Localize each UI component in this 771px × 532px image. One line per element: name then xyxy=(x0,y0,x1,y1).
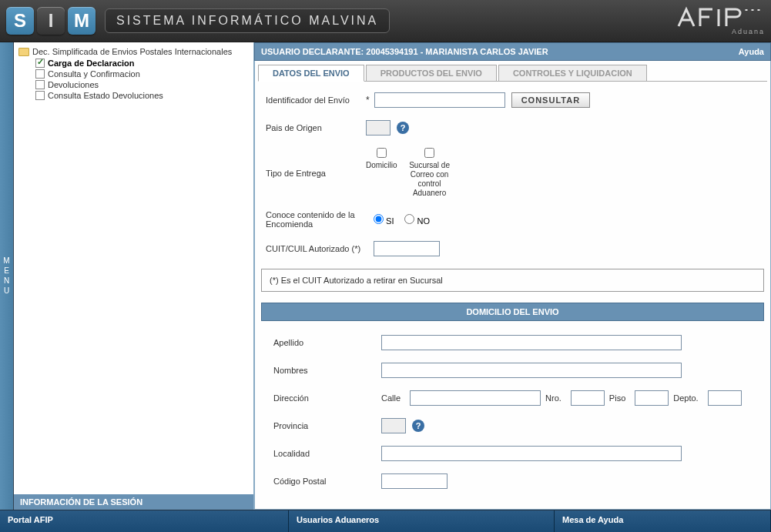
tab-datos-envio[interactable]: DATOS DEL ENVIO xyxy=(258,65,364,82)
doc-icon xyxy=(35,59,45,68)
consultar-button[interactable]: CONSULTAR xyxy=(511,92,590,108)
input-cuit[interactable] xyxy=(374,241,440,256)
input-cp[interactable] xyxy=(381,473,448,489)
footer-portal[interactable]: Portal AFIP xyxy=(0,510,289,532)
tab-controles[interactable]: CONTROLES Y LIQUIDACION xyxy=(498,65,647,82)
radio-no-label: NO xyxy=(417,216,431,226)
radio-si[interactable] xyxy=(374,214,384,224)
tree-item-label: Consulta Estado Devoluciones xyxy=(48,91,163,100)
logo-m-icon: M xyxy=(68,7,96,35)
user-bar: USUARIO DECLARANTE: 20045394191 - MARIAN… xyxy=(254,42,771,61)
footer-mesa[interactable]: Mesa de Ayuda xyxy=(555,510,771,532)
doc-icon xyxy=(35,91,45,100)
label-cp: Código Postal xyxy=(273,477,381,486)
row-id-envio: Identificador del Envío * CONSULTAR xyxy=(266,92,759,108)
radio-group-conoce: SI NO xyxy=(374,214,430,226)
afip-sublabel: Aduana xyxy=(672,28,765,35)
label-nro: Nro. xyxy=(545,393,561,403)
label-cuit: CUIT/CUIL Autorizado (*) xyxy=(266,244,374,253)
row-conoce: Conoce contenido de la Encomienda SI NO xyxy=(266,210,759,229)
session-info-bar[interactable]: INFORMACIÓN DE LA SESIÓN xyxy=(14,494,253,510)
folder-icon xyxy=(18,48,29,56)
logo-i-icon: I xyxy=(37,7,65,35)
row-nombres: Nombres xyxy=(273,363,752,378)
label-apellido: Apellido xyxy=(273,338,381,347)
label-pais: Pais de Origen xyxy=(266,123,366,132)
tree-item-label: Devoluciones xyxy=(48,80,99,89)
help-icon[interactable]: ? xyxy=(397,122,409,134)
help-icon[interactable]: ? xyxy=(412,420,424,432)
input-provincia[interactable] xyxy=(381,418,406,433)
help-link[interactable]: Ayuda xyxy=(739,47,764,56)
tree-item-label: Carga de Declaracion xyxy=(48,59,135,68)
tree-item-label: Consulta y Confirmacion xyxy=(48,69,140,79)
input-pais[interactable] xyxy=(366,120,391,136)
chk-domicilio-col: Domicilio xyxy=(366,148,397,170)
tree-item-carga[interactable]: Carga de Declaracion xyxy=(18,58,249,69)
radio-si-label: SI xyxy=(386,216,394,226)
label-localidad: Localidad xyxy=(273,449,381,458)
app-header: S I M Sistema Informático Malvina Aduana xyxy=(0,0,771,42)
main-layout: MENU Dec. Simplificada de Envios Postale… xyxy=(0,42,771,510)
label-id-envio: Identificador del Envío xyxy=(266,95,366,105)
input-nro[interactable] xyxy=(571,390,605,406)
nav-tree: Dec. Simplificada de Envios Postales Int… xyxy=(14,42,253,494)
radio-si-wrap: SI xyxy=(374,214,394,226)
row-direccion: Dirección Calle Nro. Piso Depto. xyxy=(273,390,752,406)
input-piso[interactable] xyxy=(635,390,669,406)
right-panel: USUARIO DECLARANTE: 20045394191 - MARIAN… xyxy=(254,42,771,510)
tab-productos[interactable]: PRODUCTOS DEL ENVIO xyxy=(366,65,497,82)
label-nombres: Nombres xyxy=(273,366,381,375)
input-id-envio[interactable] xyxy=(374,92,505,108)
label-depto: Depto. xyxy=(673,393,698,403)
row-tipo-entrega: Tipo de Entrega Domicilio Sucursal de Co… xyxy=(266,148,759,198)
section-domicilio: DOMICILIO DEL ENVIO xyxy=(261,303,764,321)
tree-item-devoluciones[interactable]: Devoluciones xyxy=(18,79,249,90)
doc-icon xyxy=(35,69,45,79)
tabs: DATOS DEL ENVIO PRODUCTOS DEL ENVIO CONT… xyxy=(258,64,767,82)
entrega-group: Domicilio Sucursal de Correo con control… xyxy=(366,148,458,198)
logo-s-icon: S xyxy=(6,7,34,35)
tree-item-consulta[interactable]: Consulta y Confirmacion xyxy=(18,69,249,79)
direccion-inline: Calle Nro. Piso Depto. xyxy=(381,390,742,406)
label-tipo-entrega: Tipo de Entrega xyxy=(266,169,366,178)
chk-sucursal-col: Sucursal de Correo con control Aduanero xyxy=(402,148,458,198)
menu-rail[interactable]: MENU xyxy=(0,42,14,510)
sim-logo: S I M xyxy=(6,7,96,35)
input-depto[interactable] xyxy=(708,390,742,406)
input-apellido[interactable] xyxy=(381,335,682,350)
app-title: Sistema Informático Malvina xyxy=(105,8,390,33)
input-nombres[interactable] xyxy=(381,363,682,378)
footer: Portal AFIP Usuarios Aduaneros Mesa de A… xyxy=(0,510,771,532)
radio-no[interactable] xyxy=(404,214,414,224)
row-pais: Pais de Origen ? xyxy=(266,120,759,136)
doc-icon xyxy=(35,80,45,89)
label-conoce: Conoce contenido de la Encomienda xyxy=(266,210,374,229)
hint-cuit: (*) Es el CUIT Autorizado a retirar en S… xyxy=(261,269,764,292)
input-calle[interactable] xyxy=(410,390,541,406)
footer-usuarios[interactable]: Usuarios Aduaneros xyxy=(289,510,555,532)
label-provincia: Provincia xyxy=(273,421,381,430)
user-declarante: USUARIO DECLARANTE: 20045394191 - MARIAN… xyxy=(261,47,548,56)
checkbox-domicilio[interactable] xyxy=(377,148,387,158)
left-panel: Dec. Simplificada de Envios Postales Int… xyxy=(14,42,254,510)
tree-item-consulta-estado[interactable]: Consulta Estado Devoluciones xyxy=(18,90,249,101)
row-cuit: CUIT/CUIL Autorizado (*) xyxy=(266,241,759,256)
label-piso: Piso xyxy=(609,393,625,403)
label-direccion: Dirección xyxy=(273,393,381,403)
input-localidad[interactable] xyxy=(381,446,682,461)
checkbox-sucursal[interactable] xyxy=(424,148,434,158)
radio-no-wrap: NO xyxy=(404,214,430,226)
afip-logo: Aduana xyxy=(672,6,765,35)
tree-root[interactable]: Dec. Simplificada de Envios Postales Int… xyxy=(18,47,249,56)
row-provincia: Provincia ? xyxy=(273,418,752,433)
row-localidad: Localidad xyxy=(273,446,752,461)
label-sucursal: Sucursal de Correo con control Aduanero xyxy=(402,161,458,198)
required-mark: * xyxy=(366,95,370,105)
label-calle: Calle xyxy=(381,393,401,403)
tree-root-label: Dec. Simplificada de Envios Postales Int… xyxy=(32,47,232,56)
row-cp: Código Postal xyxy=(273,473,752,489)
row-apellido: Apellido xyxy=(273,335,752,350)
content-area: DATOS DEL ENVIO PRODUCTOS DEL ENVIO CONT… xyxy=(254,61,771,510)
label-domicilio: Domicilio xyxy=(366,161,397,170)
